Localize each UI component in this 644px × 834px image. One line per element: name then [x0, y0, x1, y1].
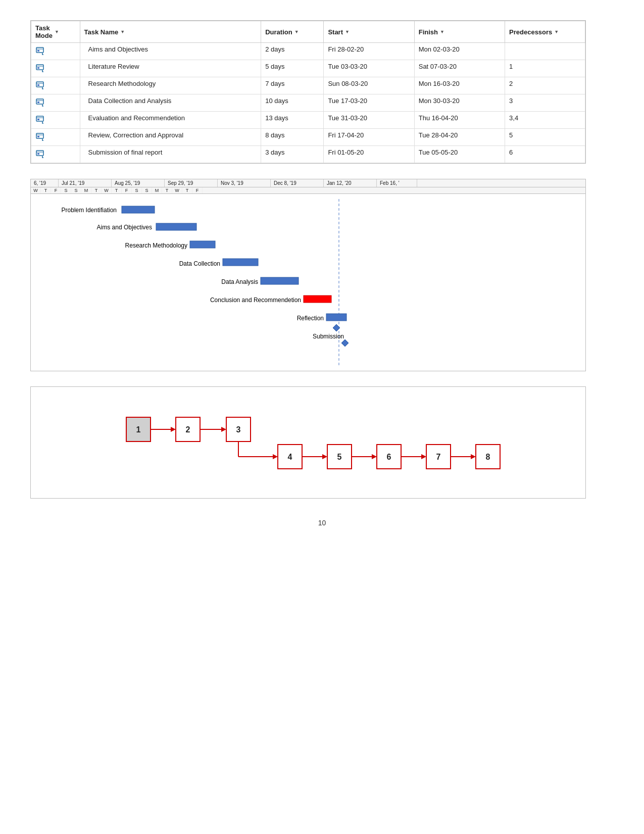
task-mode-cell	[31, 77, 80, 94]
task-table: TaskMode ▼ Task Name ▼ Duration ▼	[30, 20, 586, 164]
task-finish-cell: Mon 30-03-20	[414, 94, 505, 112]
gantt-milestone-submission	[341, 339, 349, 347]
col-header-finish: Finish ▼	[414, 21, 505, 43]
gantt-milestone-reflection	[333, 324, 340, 331]
gantt-label-problem: Problem Identifiation	[62, 207, 117, 214]
task-name-dropdown-icon[interactable]: ▼	[120, 29, 125, 34]
gantt-day-header: M	[81, 187, 91, 193]
gantt-bar-dataanalysis	[261, 277, 299, 284]
gantt-day-header: M	[152, 187, 162, 193]
task-predecessors-cell: 3	[505, 94, 585, 112]
task-mode-cell	[31, 112, 80, 129]
page-number: 10	[30, 519, 614, 527]
gantt-day-header: T	[91, 187, 102, 193]
gantt-bar-aims	[156, 223, 196, 230]
finish-dropdown-icon[interactable]: ▼	[440, 29, 444, 34]
gantt-label-datacollect: Data Collection	[179, 260, 220, 267]
task-name-cell: Data Collection and Analysis	[80, 94, 261, 112]
nd-label-8: 8	[486, 453, 490, 461]
svg-rect-11	[37, 102, 39, 103]
task-finish-cell: Mon 02-03-20	[414, 43, 505, 60]
gantt-label-dataanalysis: Data Analysis	[221, 278, 258, 285]
task-mode-icon	[35, 97, 45, 107]
nd-arrowhead-3-4	[273, 454, 278, 459]
task-duration-cell: 8 days	[261, 129, 324, 146]
gantt-day-header: T	[162, 187, 172, 193]
nd-arrowhead-4-5	[322, 454, 327, 459]
svg-rect-8	[37, 84, 39, 86]
gantt-label-aims: Aims and Objectives	[97, 224, 152, 231]
task-duration-cell: 7 days	[261, 77, 324, 94]
nd-label-2: 2	[186, 425, 190, 434]
table-row: Submission of final report3 daysFri 01-0…	[31, 146, 585, 163]
gantt-bar-reflection	[326, 314, 346, 321]
nd-label-3: 3	[236, 425, 241, 434]
gantt-bar-research	[190, 241, 215, 248]
start-dropdown-icon[interactable]: ▼	[345, 29, 350, 34]
task-mode-cell	[31, 43, 80, 60]
task-start-cell: Tue 31-03-20	[324, 112, 414, 129]
task-duration-cell: 2 days	[261, 43, 324, 60]
task-start-cell: Fri 01-05-20	[324, 146, 414, 163]
predecessors-dropdown-icon[interactable]: ▼	[554, 29, 559, 34]
task-start-cell: Tue 17-03-20	[324, 94, 414, 112]
svg-rect-2	[37, 50, 39, 52]
task-mode-icon	[35, 80, 45, 90]
gantt-date-header: 6, '19	[31, 179, 59, 187]
table-row: Review, Correction and Approval8 daysFri…	[31, 129, 585, 146]
gantt-date-header: Jul 21, '19	[59, 179, 112, 187]
task-name-cell: Evaluation and Recommendetion	[80, 112, 261, 129]
task-mode-dropdown-icon[interactable]: ▼	[55, 29, 59, 34]
task-predecessors-cell: 3,4	[505, 112, 585, 129]
task-mode-icon	[35, 149, 45, 159]
nd-label-5: 5	[337, 453, 342, 461]
gantt-body: Problem Identifiation Aims and Objective…	[31, 194, 585, 371]
svg-rect-14	[37, 119, 39, 120]
gantt-day-header: W	[31, 187, 41, 193]
gantt-day-header: S	[61, 187, 71, 193]
task-predecessors-cell	[505, 43, 585, 60]
task-predecessors-cell: 1	[505, 60, 585, 77]
task-name-cell: Literature Review	[80, 60, 261, 77]
gantt-day-header: W	[172, 187, 182, 193]
table-row: Aims and Objectives2 daysFri 28-02-20Mon…	[31, 43, 585, 60]
gantt-date-header: Feb 16, '	[377, 179, 417, 187]
table-row: Evaluation and Recommendetion13 daysTue …	[31, 112, 585, 129]
table-row: Data Collection and Analysis10 daysTue 1…	[31, 94, 585, 112]
duration-dropdown-icon[interactable]: ▼	[294, 29, 299, 34]
col-header-duration: Duration ▼	[261, 21, 324, 43]
task-predecessors-cell: 6	[505, 146, 585, 163]
col-header-task-mode: TaskMode ▼	[31, 21, 80, 43]
task-start-cell: Fri 28-02-20	[324, 43, 414, 60]
gantt-svg: Problem Identifiation Aims and Objective…	[31, 199, 585, 366]
task-predecessors-cell: 5	[505, 129, 585, 146]
task-mode-cell	[31, 146, 80, 163]
network-diagram-svg: 1 2 3 4 5	[111, 402, 505, 483]
gantt-label-reflection: Reflection	[297, 315, 324, 322]
task-finish-cell: Thu 16-04-20	[414, 112, 505, 129]
task-start-cell: Fri 17-04-20	[324, 129, 414, 146]
gantt-date-headers: 6, '19 Jul 21, '19 Aug 25, '19 Sep 29, '…	[31, 179, 585, 187]
table-row: Research Methodology7 daysSun 08-03-20Mo…	[31, 77, 585, 94]
nd-arrowhead-2-3	[221, 427, 226, 432]
gantt-label-research: Research Methodology	[125, 242, 187, 249]
gantt-day-headers: W T F S S M T W T F S S M T W T F	[31, 187, 585, 194]
gantt-day-header: F	[192, 187, 203, 193]
gantt-day-header: S	[142, 187, 152, 193]
task-finish-cell: Sat 07-03-20	[414, 60, 505, 77]
svg-rect-17	[37, 136, 39, 137]
task-mode-cell	[31, 94, 80, 112]
network-diagram-section: 1 2 3 4 5	[30, 386, 586, 499]
nd-label-6: 6	[387, 453, 391, 461]
svg-rect-5	[37, 67, 39, 69]
nd-label-1: 1	[136, 425, 141, 434]
gantt-day-header: W	[102, 187, 112, 193]
col-header-task-name: Task Name ▼	[80, 21, 261, 43]
gantt-bar-datacollect	[223, 259, 258, 266]
task-name-cell: Aims and Objectives	[80, 43, 261, 60]
nd-arrowhead-6-7	[421, 454, 426, 459]
task-mode-icon	[35, 114, 45, 124]
gantt-day-header: T	[182, 187, 192, 193]
nd-arrowhead-7-8	[471, 454, 476, 459]
nd-arrowhead-1-2	[171, 427, 176, 432]
